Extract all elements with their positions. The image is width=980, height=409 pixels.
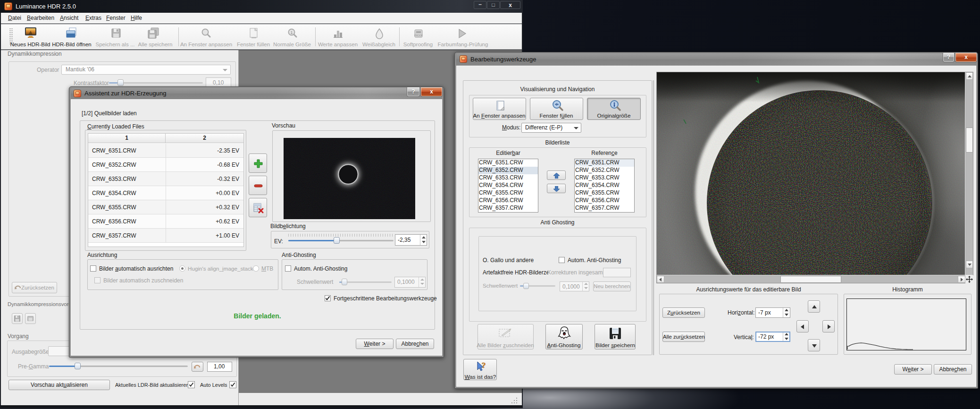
svg-text:PROOF: PROOF (414, 34, 423, 37)
svg-text:1: 1 (290, 30, 293, 35)
svg-text:?: ? (482, 361, 486, 370)
